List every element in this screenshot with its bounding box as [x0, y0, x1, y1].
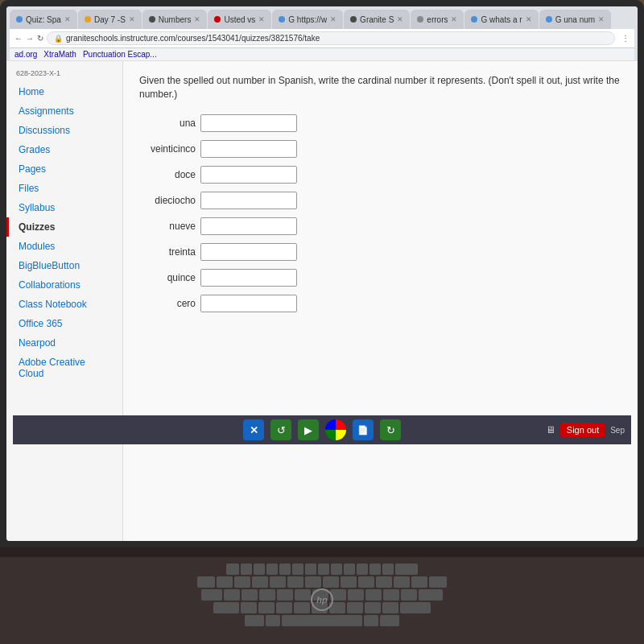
answer-input-0[interactable]: [200, 114, 297, 132]
question-row-6: quince: [139, 269, 621, 287]
question-row-5: treinta: [139, 243, 621, 261]
question-label-4: nueve: [139, 221, 196, 232]
taskbar-doc-icon[interactable]: 📄: [353, 419, 374, 440]
hp-logo: hp: [310, 588, 334, 612]
answer-input-1[interactable]: [200, 140, 297, 158]
bookmarks-bar: ad.orgXtraMathPunctuation Escap...: [10, 48, 634, 61]
taskbar: ✕ ↺ ▶ 📄 ↻ 🖥 Sign out Sep: [13, 415, 631, 444]
question-row-4: nueve: [139, 217, 621, 235]
sidebar-item-grades[interactable]: Grades: [6, 140, 122, 159]
page-content: 628-2023-X-1 HomeAssignmentsDiscussionsG…: [6, 61, 638, 541]
browser-bar: Quiz: Spa✕Day 7 -S✕Numbers✕Usted vs✕G ht…: [6, 6, 638, 61]
browser-tab-4[interactable]: G https://w✕: [272, 10, 343, 29]
questions-container: unaveinticincodocedieciochonuevetreintaq…: [139, 114, 621, 312]
sidebar-item-class-notebook[interactable]: Class Notebook: [6, 295, 122, 314]
sep-text: Sep: [610, 426, 625, 435]
question-row-3: dieciocho: [139, 192, 621, 209]
sidebar-item-syllabus[interactable]: Syllabus: [6, 198, 122, 217]
course-code: 628-2023-X-1: [6, 68, 122, 82]
question-label-0: una: [139, 118, 196, 129]
answer-input-3[interactable]: [200, 192, 297, 209]
question-row-7: cero: [139, 295, 621, 312]
bookmark-1[interactable]: XtraMath: [43, 50, 76, 59]
sidebar-item-collaborations[interactable]: Collaborations: [6, 275, 122, 295]
question-row-0: una: [139, 114, 621, 132]
sidebar-item-bigbluebutton[interactable]: BigBlueButton: [6, 256, 122, 275]
question-row-1: veinticinco: [139, 140, 621, 158]
sidebar-item-adobe-creative-cloud[interactable]: Adobe Creative Cloud: [6, 353, 122, 383]
taskbar-sync-icon[interactable]: ↻: [380, 419, 401, 440]
sidebar-item-modules[interactable]: Modules: [6, 237, 122, 256]
screen-icon: 🖥: [546, 424, 555, 436]
sidebar-item-files[interactable]: Files: [6, 179, 122, 198]
taskbar-right: 🖥 Sign out Sep: [546, 423, 625, 437]
address-text: graniteschools.instructure.com/courses/1…: [66, 34, 320, 43]
sidebar-item-home[interactable]: Home: [6, 82, 122, 101]
sidebar-item-office-365[interactable]: Office 365: [6, 314, 122, 333]
bookmark-2[interactable]: Punctuation Escap...: [83, 50, 157, 59]
taskbar-refresh-icon[interactable]: ↺: [270, 419, 291, 440]
answer-input-5[interactable]: [200, 243, 297, 261]
browser-tab-3[interactable]: Usted vs✕: [208, 10, 271, 29]
taskbar-chrome-icon[interactable]: [325, 419, 346, 440]
sidebar-item-assignments[interactable]: Assignments: [6, 101, 122, 121]
question-label-5: treinta: [139, 246, 196, 258]
main-area: Given the spelled out number in Spanish,…: [123, 61, 638, 541]
sidebar-item-quizzes[interactable]: Quizzes: [6, 217, 122, 237]
question-label-3: dieciocho: [139, 195, 196, 206]
browser-tab-1[interactable]: Day 7 -S✕: [78, 10, 142, 29]
sidebar-item-discussions[interactable]: Discussions: [6, 121, 122, 140]
browser-tab-8[interactable]: G una num✕: [539, 10, 611, 29]
question-label-7: cero: [139, 298, 196, 309]
browser-tab-6[interactable]: errors✕: [411, 10, 464, 29]
tabs-row: Quiz: Spa✕Day 7 -S✕Numbers✕Usted vs✕G ht…: [10, 10, 634, 29]
answer-input-7[interactable]: [200, 295, 297, 312]
answer-input-4[interactable]: [200, 217, 297, 235]
taskbar-x-icon[interactable]: ✕: [243, 419, 264, 440]
browser-tab-2[interactable]: Numbers✕: [142, 10, 208, 29]
address-bar[interactable]: 🔒 graniteschools.instructure.com/courses…: [47, 31, 615, 45]
sidebar-item-pages[interactable]: Pages: [6, 159, 122, 179]
sidebar: 628-2023-X-1 HomeAssignmentsDiscussionsG…: [6, 61, 123, 541]
quiz-instructions: Given the spelled out number in Spanish,…: [139, 74, 621, 101]
answer-input-2[interactable]: [200, 166, 297, 184]
question-label-2: doce: [139, 169, 196, 180]
browser-tab-5[interactable]: Granite S✕: [344, 10, 410, 29]
answer-input-6[interactable]: [200, 269, 297, 287]
bookmark-0[interactable]: ad.org: [14, 50, 37, 59]
taskbar-play-icon[interactable]: ▶: [298, 419, 319, 440]
lock-icon: 🔒: [54, 35, 63, 43]
browser-tab-7[interactable]: G whats a r✕: [464, 10, 538, 29]
question-label-1: veinticinco: [139, 143, 196, 155]
sign-out-button[interactable]: Sign out: [560, 423, 605, 437]
question-row-2: doce: [139, 166, 621, 184]
address-row: ← → ↻ 🔒 graniteschools.instructure.com/c…: [10, 29, 634, 48]
question-label-6: quince: [139, 272, 196, 283]
sidebar-item-nearpod[interactable]: Nearpod: [6, 333, 122, 353]
browser-tab-0[interactable]: Quiz: Spa✕: [10, 10, 77, 29]
